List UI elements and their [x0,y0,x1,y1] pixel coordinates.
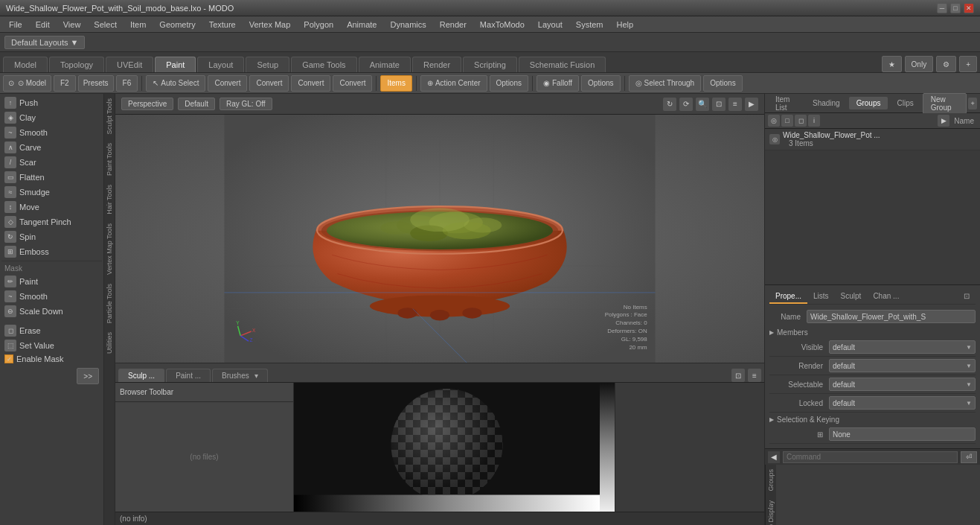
p-tab-sculpt[interactable]: Sculpt [835,290,868,304]
menu-layout[interactable]: Layout [532,19,569,31]
bottom-tab-paint[interactable]: Paint ... [166,369,211,382]
r-tab-item-list[interactable]: Item List [768,93,804,114]
r-icon-arrow[interactable]: ▶ [938,115,949,127]
r-tab-groups[interactable]: Groups [849,97,888,109]
select-through-btn[interactable]: ◎ Select Through [629,75,702,92]
auto-select-btn[interactable]: ↖ Auto Select [146,75,205,92]
bottom-tab-sculpt[interactable]: Sculp ... [118,369,164,382]
visible-dropdown[interactable]: default [829,340,976,354]
tool-tangent-pinch[interactable]: ◇ Tangent Pinch [1,214,102,229]
menu-geometry[interactable]: Geometry [153,19,201,31]
menu-edit[interactable]: Edit [30,19,56,31]
selection-keying-value[interactable]: None [829,427,976,441]
group-eye-icon[interactable]: ◎ [769,134,780,144]
falloff-btn[interactable]: ◉ Falloff [537,75,579,92]
menu-select[interactable]: Select [88,19,123,31]
tool-carve[interactable]: ∧ Carve [1,140,102,155]
enable-mask-row[interactable]: ✓ Enable Mask [1,353,102,365]
minimize-button[interactable]: ─ [937,3,947,13]
tool-mask-paint[interactable]: ✏ Paint [1,274,102,289]
render-dropdown[interactable]: default [829,359,976,372]
r-tab-clips[interactable]: Clips [889,97,920,109]
tab-setup[interactable]: Setup [246,57,289,72]
options2-btn[interactable]: Options [581,75,620,92]
group-item-main[interactable]: ◎ Wide_Shallow_Flower_Pot ... 3 Items [765,129,980,150]
tool-scar[interactable]: / Scar [1,155,102,170]
convert3-btn[interactable]: Convert [291,75,330,92]
texture-main[interactable] [294,383,600,512]
expand-button[interactable]: >> [77,368,99,384]
cmd-left-arrow[interactable]: ◀ [768,451,780,463]
tool-smooth[interactable]: ~ Smooth [1,125,102,140]
maximize-button[interactable]: □ [950,3,961,13]
p-expand-icon[interactable]: ⊡ [958,290,976,304]
r-icon-info[interactable]: i [808,115,820,127]
menu-texture[interactable]: Texture [203,19,242,31]
plus-tab-button[interactable]: + [959,56,977,72]
only-button[interactable]: Only [905,56,934,72]
cmd-run-btn[interactable]: ⏎ [961,451,977,463]
menu-file[interactable]: File [3,19,28,31]
locked-dropdown[interactable]: default [829,396,976,410]
menu-animate[interactable]: Animate [341,19,382,31]
g-side-tab-group-display[interactable]: Group Display [766,496,776,525]
menu-polygon[interactable]: Polygon [298,19,339,31]
tool-erase[interactable]: ◻ Erase [1,323,102,338]
tool-emboss[interactable]: ⊞ Emboss [1,244,102,259]
g-side-tab-groups[interactable]: Groups [766,465,776,496]
bottom-expand-icon[interactable]: ⊡ [731,369,745,382]
new-group-button[interactable]: New Group [923,93,967,114]
tab-animate[interactable]: Animate [359,57,411,72]
tool-set-value[interactable]: ⬚ Set Value [1,338,102,353]
settings-icon[interactable]: ⚙ [936,56,956,72]
convert1-btn[interactable]: Convert [208,75,247,92]
tool-smudge[interactable]: ≈ Smudge [1,185,102,200]
tab-game-tools[interactable]: Game Tools [291,57,357,72]
r-icon-lock[interactable]: ◻ [795,115,807,127]
presets-btn[interactable]: Presets [78,75,114,92]
tab-paint[interactable]: Paint [155,57,196,72]
tab-model[interactable]: Model [3,57,48,72]
convert2-btn[interactable]: Convert [249,75,289,92]
tool-mask-smooth[interactable]: ~ Smooth [1,289,102,304]
tab-topology[interactable]: Topology [49,57,104,72]
star-button[interactable]: ★ [882,56,902,72]
side-tab-utilities[interactable]: Utilities [104,328,115,358]
tool-push[interactable]: ↑ Push [1,95,102,110]
f2-btn[interactable]: F2 [54,75,76,92]
tab-layout[interactable]: Layout [197,57,244,72]
close-button[interactable]: ✕ [964,3,974,13]
texture-side-bar[interactable] [600,383,615,512]
tool-flatten[interactable]: ▭ Flatten [1,170,102,185]
vp-arrow-icon[interactable]: ▶ [745,98,758,111]
r-icon-eye[interactable]: ◎ [768,115,780,127]
layout-selector[interactable]: Default Layouts ▼ [4,36,85,49]
menu-dynamics[interactable]: Dynamics [384,19,432,31]
perspective-btn[interactable]: Perspective [121,98,173,110]
items-btn[interactable]: Items [380,75,411,92]
bottom-tab-brushes[interactable]: Brushes ▾ [212,369,267,382]
maximize-vp-icon[interactable]: ⊡ [712,98,726,111]
command-input[interactable] [783,451,958,463]
enable-mask-checkbox[interactable]: ✓ [4,354,13,363]
tab-scripting[interactable]: Scripting [463,57,517,72]
selectable-dropdown[interactable]: default [829,378,976,391]
tool-scale-down[interactable]: ⊖ Scale Down [1,304,102,319]
side-tab-sculpt-tools[interactable]: Sculpt Tools [104,94,115,139]
bottom-more-icon[interactable]: ≡ [748,369,761,382]
zoom-icon[interactable]: 🔍 [696,98,709,111]
side-tab-particle-tools[interactable]: Particle Tools [104,279,115,328]
refresh-icon[interactable]: ⟳ [679,98,693,111]
name-value[interactable]: Wide_Shallow_Flower_Pot_with_S [807,310,976,323]
default-btn[interactable]: Default [178,98,215,110]
menu-maxtomod[interactable]: MaxToModo [474,19,531,31]
tool-clay[interactable]: ◈ Clay [1,110,102,125]
f6-btn[interactable]: F6 [116,75,138,92]
tab-schematic[interactable]: Schematic Fusion [519,57,606,72]
menu-help[interactable]: Help [611,19,640,31]
p-tab-properties[interactable]: Prope... [769,290,807,304]
menu-render[interactable]: Render [434,19,473,31]
menu-item[interactable]: Item [124,19,152,31]
tool-move[interactable]: ↕ Move [1,200,102,214]
p-tab-lists[interactable]: Lists [807,290,835,304]
